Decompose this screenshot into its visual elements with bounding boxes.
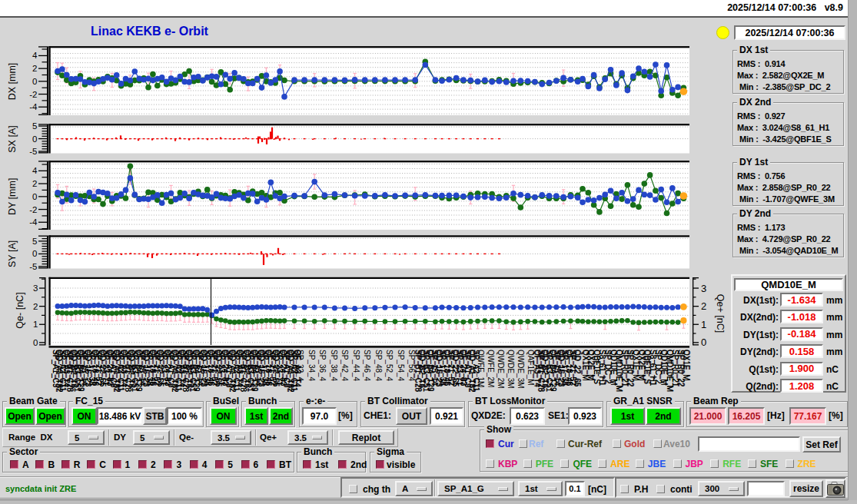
svg-text:Qe- [nC]: Qe- [nC] [15, 292, 25, 328]
svg-text:0: 0 [701, 337, 706, 348]
svg-text:0: 0 [33, 338, 38, 347]
svg-text:-5: -5 [29, 262, 37, 271]
svg-text:SP_44_4: SP_44_4 [352, 350, 360, 382]
svg-text:QWDE_3M: QWDE_3M [517, 350, 525, 389]
svg-text:SP_38_4: SP_38_4 [330, 350, 338, 382]
svg-text:SP_54_4: SP_54_4 [397, 350, 405, 382]
svg-text:3: 3 [33, 284, 38, 293]
svg-text:-4: -4 [29, 102, 38, 111]
svg-text:-4: -4 [29, 217, 38, 227]
svg-text:SP_32_4: SP_32_4 [296, 350, 304, 382]
svg-text:QX1E_M: QX1E_M [683, 350, 691, 381]
svg-text:SP_42_4: SP_42_4 [340, 350, 349, 382]
svg-text:2: 2 [33, 302, 38, 311]
svg-text:5: 5 [32, 237, 37, 246]
svg-text:3: 3 [701, 283, 706, 294]
svg-text:QWFE_2M: QWFE_2M [487, 350, 495, 387]
svg-text:SP_34_4: SP_34_4 [307, 350, 316, 382]
svg-text:QWDE_2M: QWDE_2M [497, 350, 505, 389]
svg-text:-2: -2 [29, 90, 37, 99]
svg-text:Qe+ [nC]: Qe+ [nC] [715, 294, 726, 333]
svg-text:-5: -5 [29, 147, 37, 156]
svg-text:SP_48_4: SP_48_4 [374, 350, 383, 382]
svg-text:2: 2 [701, 300, 706, 312]
svg-text:SP_46_4: SP_46_4 [363, 350, 371, 382]
svg-text:SX [A]: SX [A] [7, 125, 18, 152]
svg-text:SP_52_4: SP_52_4 [385, 350, 394, 382]
svg-text:2: 2 [32, 64, 37, 73]
svg-text:1: 1 [33, 320, 38, 329]
svg-text:5: 5 [32, 121, 37, 131]
svg-text:SP_36_4: SP_36_4 [318, 350, 327, 382]
svg-text:QWFE_1M: QWFE_1M [477, 350, 485, 387]
svg-text:SY [A]: SY [A] [7, 240, 18, 267]
svg-text:0: 0 [32, 134, 37, 144]
svg-text:1: 1 [701, 319, 706, 330]
svg-text:4: 4 [32, 51, 38, 60]
svg-text:QWDE_3M: QWDE_3M [507, 350, 515, 389]
svg-text:0: 0 [32, 192, 37, 201]
svg-text:DY [mm]: DY [mm] [7, 178, 18, 215]
svg-text:QD_22_65: QD_22_65 [573, 350, 582, 387]
svg-text:DX [mm]: DX [mm] [7, 63, 18, 101]
svg-text:0: 0 [32, 77, 37, 86]
svg-text:4: 4 [32, 166, 38, 175]
svg-text:-2: -2 [29, 205, 37, 214]
svg-text:0: 0 [32, 249, 37, 258]
svg-text:2: 2 [32, 179, 37, 188]
